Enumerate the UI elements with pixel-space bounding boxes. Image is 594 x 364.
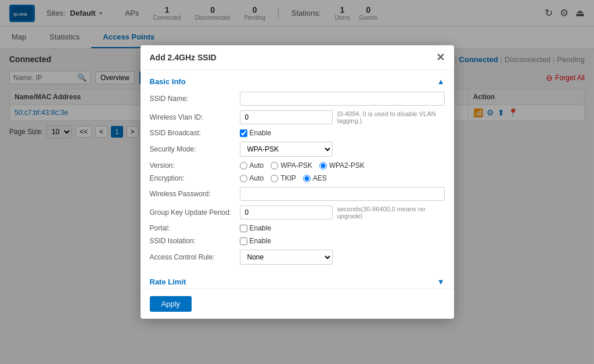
modal: Add 2.4GHz SSID ✕ Basic Info ▲ SSID Name…	[141, 45, 454, 144]
modal-overlay: Add 2.4GHz SSID ✕ Basic Info ▲ SSID Name…	[0, 0, 594, 144]
modal-close-button[interactable]: ✕	[436, 52, 445, 63]
ssid-name-input[interactable]	[240, 92, 445, 106]
ssid-broadcast-row: SSID Broadcast: Enable	[150, 129, 445, 137]
vlan-hint: (0-4094, 0 is used to disable VLAN taggi…	[337, 110, 445, 124]
vlan-id-row: Wireless Vlan ID: (0-4094, 0 is used to …	[150, 110, 445, 124]
security-mode-row: Security Mode: WPA-PSK None WPA-Enterpri…	[150, 142, 445, 144]
ssid-broadcast-checkbox-label[interactable]: Enable	[240, 129, 445, 137]
security-mode-control: WPA-PSK None WPA-Enterprise	[240, 142, 445, 144]
basic-info-section: Basic Info ▲ SSID Name: Wireless Vlan ID…	[141, 70, 454, 144]
vlan-id-input[interactable]	[240, 110, 333, 124]
basic-info-header[interactable]: Basic Info ▲	[150, 77, 445, 86]
vlan-id-control: (0-4094, 0 is used to disable VLAN taggi…	[240, 110, 445, 124]
collapse-icon: ▲	[437, 77, 445, 86]
modal-header: Add 2.4GHz SSID ✕	[141, 45, 454, 70]
ssid-name-label: SSID Name:	[150, 95, 240, 103]
ssid-broadcast-checkbox[interactable]	[240, 129, 247, 137]
vlan-id-label: Wireless Vlan ID:	[150, 113, 240, 121]
ssid-broadcast-control: Enable	[240, 129, 445, 137]
ssid-broadcast-label: SSID Broadcast:	[150, 129, 240, 137]
modal-title: Add 2.4GHz SSID	[150, 53, 217, 62]
basic-info-label: Basic Info	[150, 77, 186, 86]
ssid-name-control	[240, 92, 445, 106]
ssid-name-row: SSID Name:	[150, 92, 445, 106]
security-mode-select[interactable]: WPA-PSK None WPA-Enterprise	[240, 142, 333, 144]
